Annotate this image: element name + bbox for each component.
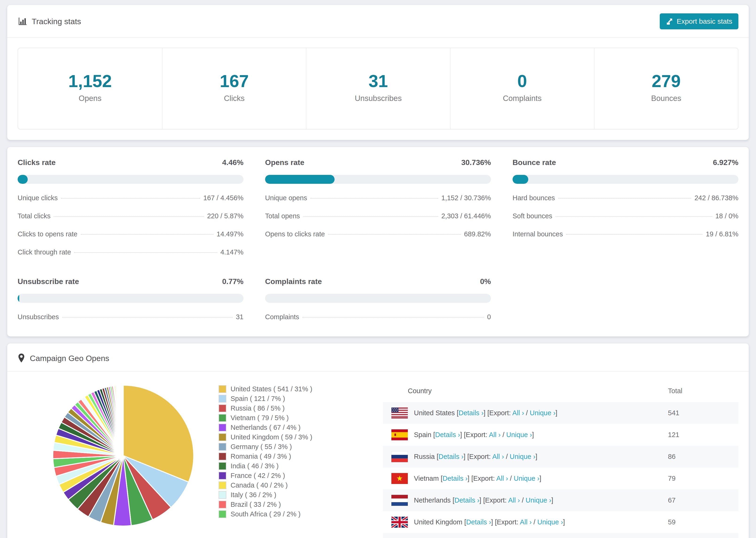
page-title: Tracking stats xyxy=(32,17,81,26)
rate-row-value: 1,152 / 30.736% xyxy=(441,194,491,202)
bracket: ] xyxy=(479,497,483,504)
geo-content: United States ( 541 / 31% )Spain ( 121 /… xyxy=(7,372,749,538)
total-cell: 541 xyxy=(668,409,738,417)
export-prefix: [Export: xyxy=(495,518,520,526)
dotted-leader xyxy=(54,216,204,217)
stat-card-opens: 1,152Opens xyxy=(18,48,162,129)
progress-bar-track xyxy=(18,175,243,184)
legend-label: Netherlands ( 67 / 4% ) xyxy=(231,424,300,431)
rate-row-value: 220 / 5.87% xyxy=(207,212,243,220)
details-link[interactable]: Details › xyxy=(466,518,491,526)
export-basic-stats-button[interactable]: Export basic stats xyxy=(660,13,738,29)
rate-row-value: 0 xyxy=(487,313,491,321)
details-link[interactable]: Details › xyxy=(459,409,483,417)
progress-bar-track xyxy=(18,294,243,303)
rate-rows: Unsubscribes31 xyxy=(18,313,243,321)
geo-header: Campaign Geo Opens xyxy=(7,344,749,371)
stat-value: 31 xyxy=(306,71,450,91)
export-all-link[interactable]: All › xyxy=(520,518,531,526)
table-row-es: Spain [Details ›] [Export: All › / Uniqu… xyxy=(383,424,738,446)
details-link[interactable]: Details › xyxy=(455,497,479,504)
export-all-link[interactable]: All › xyxy=(508,497,520,504)
rate-value: 0.77% xyxy=(222,277,243,286)
export-all-link[interactable]: All › xyxy=(496,475,508,482)
legend-item-spain: Spain ( 121 / 7% ) xyxy=(219,394,350,404)
rate-panel-header: Bounce rate6.927% xyxy=(513,158,738,167)
legend-item-russia: Russia ( 86 / 5% ) xyxy=(219,404,350,413)
legend-item-canada: Canada ( 40 / 2% ) xyxy=(219,480,350,490)
rate-rows: Hard bounces242 / 86.738%Soft bounces18 … xyxy=(513,194,738,238)
progress-bar-fill xyxy=(18,175,28,184)
bracket: ] xyxy=(551,497,553,504)
export-prefix: [Export: xyxy=(471,475,496,482)
rate-row: Unique clicks167 / 4.456% xyxy=(18,194,243,202)
geo-table: CountryTotal United States [Details ›] [… xyxy=(383,380,738,538)
dotted-leader xyxy=(566,234,702,235)
details-link[interactable]: Details › xyxy=(439,453,463,460)
rate-row-value: 689.82% xyxy=(464,230,491,238)
rate-row-label: Hard bounces xyxy=(513,194,555,202)
export-all-link[interactable]: All › xyxy=(492,453,504,460)
slash: / xyxy=(508,475,514,482)
legend-label: India ( 46 / 3% ) xyxy=(231,462,279,470)
legend-item-united-kingdom: United Kingdom ( 59 / 3% ) xyxy=(219,432,350,442)
dotted-leader xyxy=(302,317,484,318)
legend-item-romania: Romania ( 49 / 3% ) xyxy=(219,452,350,461)
rate-row: Hard bounces242 / 86.738% xyxy=(513,194,738,202)
country-links: Vietnam [Details ›] [Export: All › / Uni… xyxy=(414,475,541,482)
country-name: Netherlands xyxy=(414,497,453,504)
export-all-link[interactable]: All › xyxy=(512,409,524,417)
stat-label: Clicks xyxy=(162,94,306,103)
legend-item-united-states: United States ( 541 / 31% ) xyxy=(219,384,350,394)
export-prefix: [Export: xyxy=(483,497,508,504)
rate-row-label: Click through rate xyxy=(18,248,71,256)
progress-bar-track xyxy=(513,175,738,184)
rate-title: Bounce rate xyxy=(513,158,556,167)
export-unique-link[interactable]: Unique › xyxy=(510,453,536,460)
legend-swatch xyxy=(219,510,226,518)
rate-row-label: Clicks to opens rate xyxy=(18,230,78,238)
rate-row: Clicks to opens rate14.497% xyxy=(18,230,243,238)
details-link[interactable]: Details › xyxy=(435,431,460,439)
column-header-total: Total xyxy=(668,387,738,395)
rate-value: 0% xyxy=(480,277,491,286)
table-row-us: United States [Details ›] [Export: All ›… xyxy=(383,402,738,424)
rate-value: 30.736% xyxy=(461,158,491,167)
country-cell: Vietnam [Details ›] [Export: All › / Uni… xyxy=(383,473,668,484)
table-row-nl: Netherlands [Details ›] [Export: All › /… xyxy=(383,489,738,511)
legend-label: Canada ( 40 / 2% ) xyxy=(231,481,288,489)
stat-label: Opens xyxy=(18,94,162,103)
divider xyxy=(7,37,749,38)
rate-panel-bounce-rate: Bounce rate6.927%Hard bounces242 / 86.73… xyxy=(513,158,738,256)
rate-value: 4.46% xyxy=(222,158,243,167)
details-link[interactable]: Details › xyxy=(443,475,467,482)
legend-label: Italy ( 36 / 2% ) xyxy=(231,491,276,499)
flag-nl-icon xyxy=(391,495,408,506)
export-unique-link[interactable]: Unique › xyxy=(506,431,532,439)
export-unique-link[interactable]: Unique › xyxy=(526,497,552,504)
rate-rows: Complaints0 xyxy=(265,313,491,321)
legend-label: United Kingdom ( 59 / 3% ) xyxy=(231,433,312,441)
export-all-link[interactable]: All › xyxy=(489,431,501,439)
rate-rows: Unique clicks167 / 4.456%Total clicks220… xyxy=(18,194,243,256)
export-unique-link[interactable]: Unique › xyxy=(537,518,563,526)
rate-row: Internal bounces19 / 6.81% xyxy=(513,230,738,238)
flag-vn-icon xyxy=(391,473,408,484)
rate-row: Unique opens1,152 / 30.736% xyxy=(265,194,491,202)
country-cell: Russia [Details ›] [Export: All › / Uniq… xyxy=(383,451,668,462)
bar-chart-icon xyxy=(18,17,27,26)
export-unique-link[interactable]: Unique › xyxy=(514,475,540,482)
legend-swatch xyxy=(219,424,226,431)
country-links: Russia [Details ›] [Export: All › / Uniq… xyxy=(414,453,537,460)
rate-panel-unsubscribe-rate: Unsubscribe rate0.77%Unsubscribes31 xyxy=(18,277,243,321)
rate-value: 6.927% xyxy=(713,158,738,167)
progress-bar-fill xyxy=(265,175,335,184)
bracket: ] xyxy=(491,518,495,526)
stats-summary-grid: 1,152Opens167Clicks31Unsubscribes0Compla… xyxy=(18,48,738,130)
legend-item-vietnam: Vietnam ( 79 / 5% ) xyxy=(219,413,350,423)
legend-label: Germany ( 55 / 3% ) xyxy=(231,443,292,451)
stat-card-unsubscribes: 31Unsubscribes xyxy=(306,48,450,129)
export-unique-link[interactable]: Unique › xyxy=(530,409,556,417)
rate-panel-header: Complaints rate0% xyxy=(265,277,491,286)
slash: / xyxy=(524,409,530,417)
